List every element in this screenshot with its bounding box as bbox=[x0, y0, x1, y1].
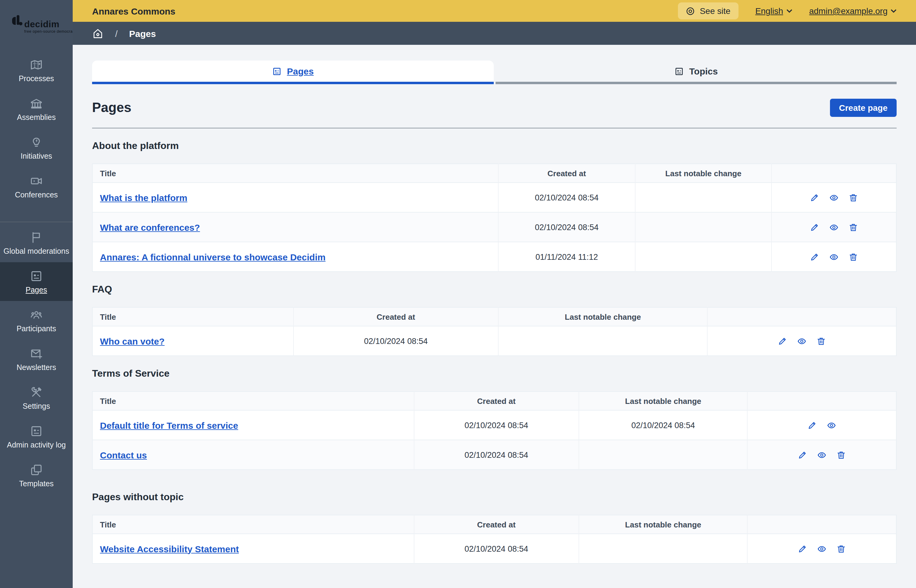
edit-button[interactable] bbox=[810, 223, 819, 232]
language-menu[interactable]: English bbox=[755, 6, 792, 16]
delete-button[interactable] bbox=[837, 544, 846, 553]
row-actions bbox=[779, 193, 889, 202]
page-title-link[interactable]: Who can vote? bbox=[100, 336, 165, 346]
account-menu[interactable]: admin@example.org bbox=[809, 6, 897, 16]
pages-section: Pages without topic Title Created at Las… bbox=[92, 492, 897, 564]
eye-icon bbox=[829, 193, 838, 202]
tab-topics[interactable]: Topics bbox=[495, 61, 897, 84]
pages-table: Title Created at Last notable change Def… bbox=[92, 391, 897, 470]
tabs: Pages Topics bbox=[92, 61, 897, 84]
mail-add-icon bbox=[30, 347, 43, 360]
concentric-eye-icon bbox=[686, 6, 695, 15]
column-actions bbox=[707, 307, 896, 326]
trash-icon bbox=[817, 336, 826, 346]
table-row: What are conferences? 02/10/2024 08:54 bbox=[92, 212, 896, 242]
delete-button[interactable] bbox=[849, 223, 858, 232]
edit-button[interactable] bbox=[778, 336, 787, 346]
row-actions bbox=[715, 336, 889, 346]
article-icon bbox=[674, 66, 684, 76]
sidebar-item-settings[interactable]: Settings bbox=[0, 378, 73, 417]
delete-button[interactable] bbox=[817, 336, 826, 346]
table-header-row: Title Created at Last notable change bbox=[92, 515, 896, 534]
last-change-cell: 02/10/2024 08:54 bbox=[579, 410, 748, 440]
edit-button[interactable] bbox=[798, 450, 807, 459]
column-last-change: Last notable change bbox=[579, 391, 748, 410]
sidebar-item-admin-activity-log[interactable]: Admin activity log bbox=[0, 417, 73, 456]
decidim-admin-app: decidim free open-source democracy Proce… bbox=[0, 0, 916, 588]
sidebar-nav: Processes Assemblies Initiatives bbox=[0, 51, 73, 495]
sidebar-item-global-moderations[interactable]: Global moderations bbox=[0, 223, 73, 262]
pages-table: Title Created at Last notable change Who… bbox=[92, 307, 897, 356]
pages-section: About the platform Title Created at Last… bbox=[92, 141, 897, 272]
edit-button[interactable] bbox=[808, 420, 817, 430]
sidebar-item-conferences[interactable]: Conferences bbox=[0, 167, 73, 206]
flag-icon bbox=[30, 230, 43, 244]
delete-button[interactable] bbox=[849, 193, 858, 202]
section-heading: Terms of Service bbox=[92, 368, 897, 379]
breadcrumb-home-link[interactable] bbox=[92, 27, 104, 39]
pages-table: Title Created at Last notable change Web… bbox=[92, 515, 897, 564]
preview-button[interactable] bbox=[817, 450, 826, 459]
sidebar-item-initiatives[interactable]: Initiatives bbox=[0, 128, 73, 167]
created-at-cell: 02/10/2024 08:54 bbox=[414, 534, 579, 564]
home-gear-icon bbox=[92, 27, 104, 39]
brand-name: decidim bbox=[24, 20, 59, 28]
column-created-at: Created at bbox=[414, 515, 579, 534]
row-actions bbox=[779, 252, 889, 261]
pages-section: FAQ Title Created at Last notable change… bbox=[92, 284, 897, 356]
row-actions bbox=[779, 223, 889, 232]
pencil-icon bbox=[810, 193, 819, 202]
article-icon bbox=[30, 424, 43, 438]
column-title: Title bbox=[92, 515, 414, 534]
pages-table: Title Created at Last notable change Wha… bbox=[92, 163, 897, 272]
main-content: Pages Topics Pages Create page bbox=[73, 45, 916, 588]
page-title-link[interactable]: What is the platform bbox=[100, 192, 187, 203]
edit-button[interactable] bbox=[810, 193, 819, 202]
tab-pages[interactable]: Pages bbox=[92, 61, 494, 84]
delete-button[interactable] bbox=[849, 252, 858, 261]
create-page-button[interactable]: Create page bbox=[830, 99, 897, 117]
preview-button[interactable] bbox=[829, 252, 838, 261]
sidebar-item-assemblies[interactable]: Assemblies bbox=[0, 90, 73, 128]
see-site-button[interactable]: See site bbox=[678, 2, 738, 19]
page-title-link[interactable]: Contact us bbox=[100, 450, 147, 460]
section-heading: About the platform bbox=[92, 141, 897, 151]
tab-active-indicator bbox=[92, 82, 494, 84]
column-title: Title bbox=[92, 391, 414, 410]
people-icon bbox=[30, 308, 43, 321]
sidebar-item-pages[interactable]: Pages bbox=[0, 262, 73, 301]
preview-button[interactable] bbox=[797, 336, 806, 346]
column-created-at: Created at bbox=[498, 164, 635, 183]
pencil-icon bbox=[798, 544, 807, 553]
preview-button[interactable] bbox=[829, 193, 838, 202]
sidebar-item-participants[interactable]: Participants bbox=[0, 301, 73, 340]
page-title-link[interactable]: What are conferences? bbox=[100, 222, 200, 232]
sidebar-item-processes[interactable]: Processes bbox=[0, 51, 73, 90]
preview-button[interactable] bbox=[827, 420, 836, 430]
created-at-cell: 01/11/2024 11:12 bbox=[498, 242, 635, 271]
breadcrumb-separator: / bbox=[115, 28, 118, 39]
preview-button[interactable] bbox=[817, 544, 826, 553]
section-heading: Pages without topic bbox=[92, 492, 897, 502]
sidebar-item-newsletters[interactable]: Newsletters bbox=[0, 340, 73, 378]
table-row: Website Accessibility Statement 02/10/20… bbox=[92, 534, 896, 564]
decidim-logo[interactable]: decidim free open-source democracy bbox=[0, 0, 73, 51]
decidim-logo-mark bbox=[12, 15, 23, 28]
page-title-link[interactable]: Annares: A fictionnal universe to showca… bbox=[100, 252, 325, 262]
column-title: Title bbox=[92, 307, 293, 326]
page-title-link[interactable]: Default title for Terms of service bbox=[100, 420, 238, 430]
edit-button[interactable] bbox=[810, 252, 819, 261]
pages-section: Terms of Service Title Created at Last n… bbox=[92, 368, 897, 470]
edit-button[interactable] bbox=[798, 544, 807, 553]
table-row: What is the platform 02/10/2024 08:54 bbox=[92, 183, 896, 212]
table-header-row: Title Created at Last notable change bbox=[92, 391, 896, 410]
last-change-cell bbox=[635, 212, 772, 242]
page-title-link[interactable]: Website Accessibility Statement bbox=[100, 543, 239, 554]
bank-icon bbox=[30, 97, 43, 110]
preview-button[interactable] bbox=[829, 223, 838, 232]
sidebar-item-templates[interactable]: Templates bbox=[0, 456, 73, 495]
trash-icon bbox=[837, 544, 846, 553]
column-created-at: Created at bbox=[293, 307, 498, 326]
delete-button[interactable] bbox=[837, 450, 846, 459]
created-at-cell: 02/10/2024 08:54 bbox=[293, 326, 498, 356]
